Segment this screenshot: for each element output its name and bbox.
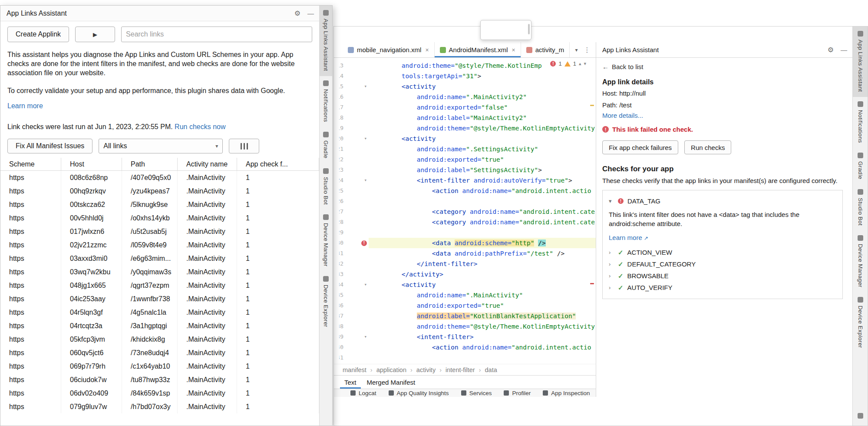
table-row[interactable]: https017jwlxzn6/u5t2usab5j.MainActivity1: [0, 225, 319, 238]
breadcrumb-item[interactable]: application: [376, 366, 406, 373]
table-row[interactable]: https060qv5jct6/73ne8udqj4.MainActivity1: [0, 346, 319, 359]
search-links-input[interactable]: [121, 27, 312, 42]
tab-text[interactable]: Text: [340, 376, 361, 389]
run-checks-now-link[interactable]: Run checks now: [175, 123, 225, 130]
tool-window-button-logcat[interactable]: Logcat: [350, 390, 376, 396]
code-line[interactable]: 17 android:exported="false": [334, 102, 596, 113]
code-line[interactable]: 32 </intent-filter>: [334, 259, 596, 269]
table-row[interactable]: https00hq9zrkqv/yzu4kpeas7.MainActivity1: [0, 184, 319, 198]
code-line[interactable]: 35 android:name=".MainActivity": [334, 290, 596, 300]
editor-tab-androidmanifest-xml[interactable]: AndroidManifest.xml×: [435, 42, 521, 57]
code-line[interactable]: 29: [334, 227, 596, 238]
table-row[interactable]: https048jg1x665/qgrt37ezpm.MainActivity1: [0, 279, 319, 292]
code-line[interactable]: 18 android:label="MainActivity2": [334, 113, 596, 123]
learn-more-link[interactable]: Learn more: [7, 102, 312, 110]
next-issue-icon[interactable]: ▾: [584, 61, 586, 67]
code-line[interactable]: 39▾ <intent-filter>: [334, 332, 596, 342]
code-line[interactable]: 27 <category android:name="android.inten…: [334, 206, 596, 217]
column-header[interactable]: Path: [122, 158, 178, 170]
more-details-link[interactable]: More details...: [602, 112, 643, 119]
code-line[interactable]: 38 android:theme="@style/Theme.KotlinEmp…: [334, 321, 596, 332]
code-line[interactable]: 30! <data android:scheme="http" />: [334, 238, 596, 248]
code-line[interactable]: 21 android:name=".SettingsActivity": [334, 144, 596, 154]
side-tab-studio-bot[interactable]: Studio Bot: [320, 164, 332, 210]
side-tab-studio-bot[interactable]: Studio Bot: [853, 185, 868, 231]
code-line[interactable]: 41: [334, 353, 596, 363]
fold-icon[interactable]: ▾: [364, 81, 367, 92]
back-to-list-link[interactable]: ← Back to list: [602, 63, 845, 70]
breadcrumb-item[interactable]: intent-filter: [446, 366, 475, 373]
tool-window-button-app-quality-insights[interactable]: App Quality Insights: [389, 390, 449, 396]
column-header[interactable]: Host: [61, 158, 122, 170]
error-stripe-mark[interactable]: [590, 283, 594, 284]
table-row[interactable]: https02jv21zzmc/l059v8t4e9.MainActivity1: [0, 238, 319, 252]
table-row[interactable]: https05kfcp3jvm/khidckix8g.MainActivity1: [0, 333, 319, 346]
column-settings-button[interactable]: [229, 139, 259, 153]
column-header[interactable]: Scheme: [0, 158, 61, 170]
breadcrumb-item[interactable]: data: [485, 366, 497, 373]
warning-stripe-mark[interactable]: [590, 105, 594, 106]
learn-more-link[interactable]: Learn more ↗: [609, 234, 648, 241]
code-line[interactable]: 16 android:name=".MainActivity2": [334, 92, 596, 102]
fold-icon[interactable]: ▾: [364, 280, 367, 290]
gear-icon[interactable]: ⚙: [828, 46, 834, 54]
table-row[interactable]: https069p7r79rh/c1x64yab10.MainActivity1: [0, 359, 319, 373]
table-row[interactable]: https04ic253aay/1wwnfbr738.MainActivity1: [0, 292, 319, 306]
editor-tab-mobile-navigation-xml[interactable]: mobile_navigation.xml×: [343, 42, 435, 57]
check-browsable[interactable]: ›✓BROWSABLE: [609, 270, 836, 282]
code-line[interactable]: 33 </activity>: [334, 269, 596, 280]
table-row[interactable]: https06dv02o409/84k659v1sp.MainActivity1: [0, 386, 319, 400]
code-line[interactable]: 31 <data android:pathPrefix="/test" />: [334, 248, 596, 259]
check-action-view[interactable]: ›✓ACTION_VIEW: [609, 246, 836, 258]
code-line[interactable]: 19 android:theme="@style/Theme.KotlinEmp…: [334, 123, 596, 133]
more-vertical-icon[interactable]: ⋮: [584, 46, 590, 54]
side-tab-device-manager[interactable]: Device Manager: [853, 231, 868, 293]
code-editor[interactable]: 13 android:theme="@style/Theme.KotlinEmp…: [334, 58, 596, 364]
chevron-down-icon[interactable]: ▾: [575, 47, 578, 53]
code-line[interactable]: 14 tools:targetApi="31">: [334, 71, 596, 81]
check-data-tag[interactable]: ▾ ! DATA_TAG: [609, 195, 836, 207]
code-line[interactable]: 22 android:exported="true": [334, 154, 596, 165]
fold-icon[interactable]: ▾: [364, 175, 367, 186]
table-row[interactable]: https03wq7w2kbu/y0qqimaw3s.MainActivity1: [0, 265, 319, 279]
breadcrumb-item[interactable]: manifest: [343, 366, 366, 373]
fix-all-manifest-issues-button[interactable]: Fix All Manifest Issues: [7, 139, 92, 153]
check-default-category[interactable]: ›✓DEFAULT_CATEGORY: [609, 258, 836, 270]
code-line[interactable]: 28 <category android:name="android.inten…: [334, 217, 596, 227]
code-line[interactable]: 23 android:label="SettingsActivity">: [334, 165, 596, 175]
table-row[interactable]: https04rtcqtz3a/3a1hgptqgi.MainActivity1: [0, 319, 319, 333]
previous-issue-icon[interactable]: ▴: [579, 61, 581, 67]
run-checks-button[interactable]: Run checks: [684, 140, 731, 154]
column-header[interactable]: Activity name: [178, 158, 237, 170]
code-line[interactable]: 36 android:exported="true": [334, 300, 596, 311]
table-row[interactable]: https079g9luv7w/h7bd07ox3y.MainActivity1: [0, 400, 319, 413]
tool-window-button-services[interactable]: Services: [461, 390, 492, 396]
side-tab-device-explorer[interactable]: Device Explorer: [320, 272, 332, 333]
code-line[interactable]: 26: [334, 196, 596, 206]
minimize-icon[interactable]: —: [841, 46, 847, 53]
gear-icon[interactable]: ⚙: [294, 9, 300, 17]
tab-merged-manifest[interactable]: Merged Manifest: [363, 376, 420, 389]
editor-tab-activity-m[interactable]: activity_m: [521, 42, 570, 57]
fold-icon[interactable]: ▾: [364, 133, 367, 144]
run-button[interactable]: ▶: [75, 27, 115, 42]
side-tab-device-manager[interactable]: Device Manager: [320, 210, 332, 272]
side-tab-gradle[interactable]: Gradle: [320, 127, 332, 163]
tool-window-button-app-inspection[interactable]: App Inspection: [543, 390, 590, 396]
check-auto-verify[interactable]: ›✓AUTO_VERIFY: [609, 282, 836, 293]
close-icon[interactable]: ×: [425, 47, 429, 53]
code-line[interactable]: 15▾ <activity: [334, 81, 596, 92]
code-line[interactable]: 40 <action android:name="android.intent.…: [334, 342, 596, 353]
side-tab-device-explorer[interactable]: Device Explorer: [853, 293, 868, 353]
breadcrumb-item[interactable]: activity: [416, 366, 436, 373]
table-row[interactable]: https06ciudok7w/tu87hwp33z.MainActivity1: [0, 373, 319, 386]
table-row[interactable]: https03axxd3mi0/e6g63mim....MainActivity…: [0, 252, 319, 265]
code-line[interactable]: 25 <action android:name="android.intent.…: [334, 186, 596, 196]
side-tab-notifications[interactable]: Notifications: [853, 97, 868, 148]
code-line[interactable]: 37 android:label="KotlinBlankTestApplica…: [334, 311, 596, 321]
scrollbar-thumb[interactable]: [528, 24, 530, 34]
side-tab-gradle[interactable]: Gradle: [853, 148, 868, 184]
fix-app-check-failures-button[interactable]: Fix app check failures: [602, 140, 678, 154]
code-line[interactable]: 24▾ <intent-filter android:autoVerify="t…: [334, 175, 596, 186]
close-icon[interactable]: ×: [512, 47, 515, 53]
